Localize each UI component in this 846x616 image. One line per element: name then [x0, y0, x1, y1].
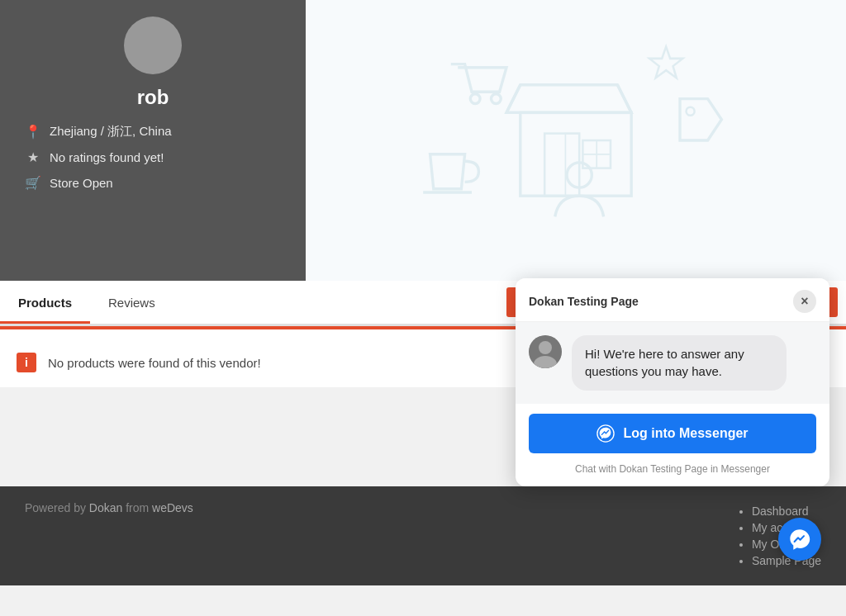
store-svg — [402, 17, 749, 264]
no-products-message: No products were found of this vendor! — [48, 356, 261, 370]
svg-point-17 — [534, 356, 557, 368]
vendor-avatar-wrap — [25, 17, 281, 78]
tab-products[interactable]: Products — [0, 284, 90, 324]
cart-icon: 🛒 — [25, 175, 41, 191]
avatar — [124, 17, 182, 74]
svg-line-6 — [506, 85, 520, 113]
footer-wedevs-link[interactable]: weDevs — [152, 501, 193, 514]
svg-rect-2 — [520, 112, 631, 196]
vendor-sidebar: rob 📍 Zhejiang / 浙江, China ★ No ratings … — [0, 0, 306, 281]
messenger-login-button[interactable]: Log into Messenger — [529, 414, 816, 453]
vendor-location-row: 📍 Zhejiang / 浙江, China — [25, 124, 281, 140]
vendor-name: rob — [25, 86, 281, 109]
svg-marker-13 — [649, 47, 682, 78]
svg-line-7 — [617, 85, 631, 113]
star-icon: ★ — [25, 149, 41, 165]
svg-point-0 — [470, 94, 480, 104]
messenger-avatar — [529, 335, 562, 368]
info-badge: i — [17, 353, 36, 372]
footer-powered-by: Powered by — [25, 501, 86, 514]
vendor-location: Zhejiang / 浙江, China — [50, 124, 172, 140]
page-wrapper: rob 📍 Zhejiang / 浙江, China ★ No ratings … — [0, 0, 846, 585]
footer: Powered by Dokan from weDevs Dashboard M… — [0, 486, 846, 585]
messenger-popup: Dokan Testing Page × Hi! We're here to a… — [516, 278, 829, 487]
messenger-fab-icon — [788, 528, 811, 551]
messenger-footer-text: Chat with Dokan Testing Page in Messenge… — [516, 463, 829, 486]
store-illustration — [306, 0, 846, 281]
messenger-greeting: Hi! We're here to answer any questions y… — [572, 335, 787, 391]
vendor-store-status: Store Open — [50, 176, 113, 190]
svg-point-16 — [539, 341, 552, 354]
footer-dokan-link[interactable]: Dokan — [89, 501, 122, 514]
location-icon: 📍 — [25, 124, 41, 140]
messenger-close-button[interactable]: × — [793, 290, 816, 313]
svg-point-1 — [492, 94, 501, 104]
messenger-header: Dokan Testing Page × — [516, 278, 829, 322]
messenger-icon — [596, 424, 615, 443]
footer-from: from — [126, 501, 149, 514]
messenger-body: Hi! We're here to answer any questions y… — [516, 322, 829, 405]
store-main — [306, 0, 846, 281]
footer-link-dashboard[interactable]: Dashboard — [752, 505, 821, 518]
vendor-ratings: No ratings found yet! — [50, 150, 164, 164]
messenger-page-name: Dokan Testing Page — [529, 295, 639, 308]
vendor-store-status-row: 🛒 Store Open — [25, 175, 281, 191]
messenger-fab[interactable] — [778, 518, 821, 561]
top-section: rob 📍 Zhejiang / 浙江, China ★ No ratings … — [0, 0, 846, 281]
vendor-ratings-row: ★ No ratings found yet! — [25, 149, 281, 165]
tab-reviews[interactable]: Reviews — [90, 284, 173, 324]
messenger-login-label: Log into Messenger — [623, 426, 748, 441]
svg-point-12 — [687, 107, 695, 116]
tabs-list: Products Reviews — [0, 284, 173, 321]
svg-marker-5 — [506, 85, 631, 113]
messenger-avatar-img — [529, 335, 562, 368]
